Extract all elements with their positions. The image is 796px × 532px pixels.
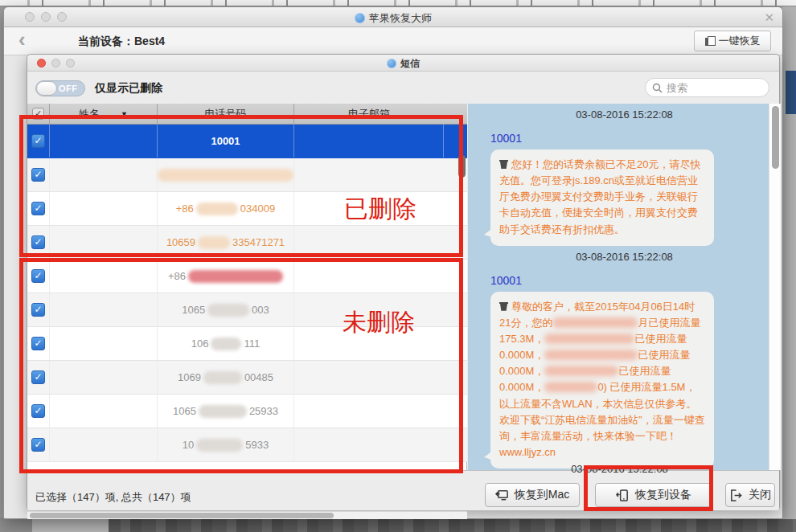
message-bubble: 您好！您的话费余额已不足20元，请尽快充值。您可登录js.189.cn或至就近电…	[490, 149, 714, 246]
phone-cell: +86	[158, 260, 294, 293]
row-checkbox-cell[interactable]: ✓	[27, 361, 50, 394]
phone-text: 1065	[173, 405, 196, 417]
app-window: 苹果恢复大师 ✕ ‹ 当前设备：Best4 一键恢复 短信 OFF 仅显示已删除	[3, 6, 783, 519]
dialog-title: 短信	[27, 57, 779, 71]
row-checkbox-cell[interactable]: ✓	[27, 428, 50, 461]
redaction-blur	[544, 366, 618, 376]
phone-text: 1069	[178, 371, 201, 383]
recover-docs-icon	[705, 36, 715, 47]
deleted-only-toggle[interactable]: OFF	[35, 80, 85, 96]
vertical-scrollbar-thumb[interactable]	[458, 155, 466, 178]
phone-cell: 106111	[158, 327, 294, 360]
redaction-blur	[188, 270, 283, 283]
trash-icon	[499, 158, 508, 169]
table-row[interactable]: ✓106900485	[27, 361, 467, 395]
email-cell	[294, 260, 444, 293]
close-dialog-button[interactable]: 关闭	[725, 483, 775, 507]
row-checkbox[interactable]: ✓	[31, 269, 45, 283]
email-cell	[294, 125, 444, 158]
phone-text: 106	[191, 338, 209, 350]
sms-dialog: 短信 OFF 仅显示已删除 ✓ 姓名▼ 电话号码 电子邮箱 ✓10001✓✓+8…	[27, 54, 780, 509]
dialog-toolbar: OFF 仅显示已删除	[27, 72, 779, 104]
table-row[interactable]: ✓+86034009	[27, 192, 467, 226]
search-input[interactable]	[667, 82, 755, 94]
row-checkbox[interactable]: ✓	[31, 337, 45, 350]
row-checkbox-cell[interactable]: ✓	[27, 327, 50, 360]
row-checkbox-cell[interactable]: ✓	[27, 395, 50, 428]
name-cell	[50, 293, 158, 326]
row-checkbox-cell[interactable]: ✓	[27, 158, 50, 191]
row-checkbox-cell[interactable]: ✓	[27, 260, 50, 293]
table-body: ✓10001✓✓+86034009✓10659335471271✓+86✓106…	[27, 125, 467, 462]
name-cell	[50, 361, 158, 394]
name-cell	[50, 327, 158, 360]
header-email[interactable]: 电子邮箱	[294, 104, 444, 124]
table-row[interactable]: ✓105933	[27, 428, 467, 462]
deleted-only-label: 仅显示已删除	[95, 81, 162, 96]
message-scrollbar-thumb[interactable]	[772, 106, 779, 169]
row-checkbox[interactable]: ✓	[31, 303, 45, 317]
email-cell	[294, 395, 444, 428]
redaction-blur	[552, 317, 638, 328]
onekey-recover-button[interactable]: 一键恢复	[694, 31, 771, 51]
message-scrollbar[interactable]	[769, 104, 781, 470]
email-cell	[294, 361, 444, 394]
redaction-blur	[544, 334, 634, 344]
sort-arrow-icon[interactable]: ▼	[121, 110, 128, 118]
email-cell	[294, 192, 444, 225]
phone-text: 335471271	[232, 236, 285, 248]
search-field[interactable]	[645, 78, 769, 97]
toggle-state-label: OFF	[59, 84, 78, 93]
back-chevron-icon[interactable]: ‹	[18, 27, 26, 52]
close-icon[interactable]: ✕	[764, 10, 774, 25]
table-row[interactable]: ✓	[27, 158, 467, 192]
toggle-knob[interactable]	[36, 81, 57, 96]
row-checkbox[interactable]: ✓	[31, 134, 45, 148]
dialog-titlebar[interactable]: 短信	[27, 55, 779, 72]
email-cell	[294, 226, 444, 259]
recover-to-device-button[interactable]: 恢复到设备	[595, 483, 712, 507]
redaction-blur	[198, 236, 230, 249]
table-row[interactable]: ✓106525933	[27, 395, 467, 428]
select-all-checkbox[interactable]: ✓	[32, 108, 44, 120]
email-cell	[294, 327, 444, 360]
name-cell	[50, 395, 158, 428]
row-checkbox-cell[interactable]: ✓	[27, 226, 50, 259]
name-cell	[50, 260, 158, 293]
table-row[interactable]: ✓10659335471271	[27, 226, 467, 260]
name-cell	[50, 226, 158, 259]
phone-text: 034009	[240, 203, 275, 215]
row-checkbox[interactable]: ✓	[31, 235, 45, 249]
phone-text: +86	[168, 270, 186, 282]
header-phone[interactable]: 电话号码	[158, 104, 294, 124]
redaction-blur	[544, 350, 638, 360]
table-row[interactable]: ✓106111	[27, 327, 467, 361]
row-checkbox-cell[interactable]: ✓	[27, 125, 50, 158]
redaction-blur	[207, 304, 249, 317]
phone-text: +86	[176, 203, 194, 215]
row-checkbox[interactable]: ✓	[31, 404, 45, 418]
row-checkbox-cell[interactable]: ✓	[27, 293, 50, 326]
phone-text: 1065	[182, 304, 205, 316]
window-title: 苹果恢复大师	[4, 11, 782, 26]
window-titlebar[interactable]: 苹果恢复大师 ✕	[4, 7, 782, 27]
select-all-cell[interactable]: ✓	[27, 104, 50, 124]
recover-to-mac-button[interactable]: 恢复到Mac	[485, 483, 580, 507]
message-panel: 03-08-2016 15:22:0810001您好！您的话费余额已不足20元，…	[468, 104, 781, 470]
redaction-blur	[158, 169, 293, 182]
phone-text: 003	[252, 304, 269, 316]
row-checkbox[interactable]: ✓	[31, 202, 45, 215]
table-row[interactable]: ✓10001	[27, 125, 467, 158]
row-checkbox-cell[interactable]: ✓	[27, 192, 50, 225]
table-row[interactable]: ✓+86	[27, 260, 467, 293]
row-checkbox[interactable]: ✓	[31, 438, 45, 452]
row-checkbox[interactable]: ✓	[31, 168, 45, 182]
app-icon	[355, 13, 365, 23]
phone-cell: 105933	[158, 428, 294, 461]
table-row[interactable]: ✓1065003	[27, 293, 467, 327]
sms-icon	[387, 59, 396, 68]
header-name[interactable]: 姓名▼	[50, 104, 158, 124]
horizontal-scrollbar[interactable]	[27, 511, 467, 519]
horizontal-scrollbar-thumb[interactable]	[30, 513, 334, 518]
row-checkbox[interactable]: ✓	[31, 370, 45, 384]
